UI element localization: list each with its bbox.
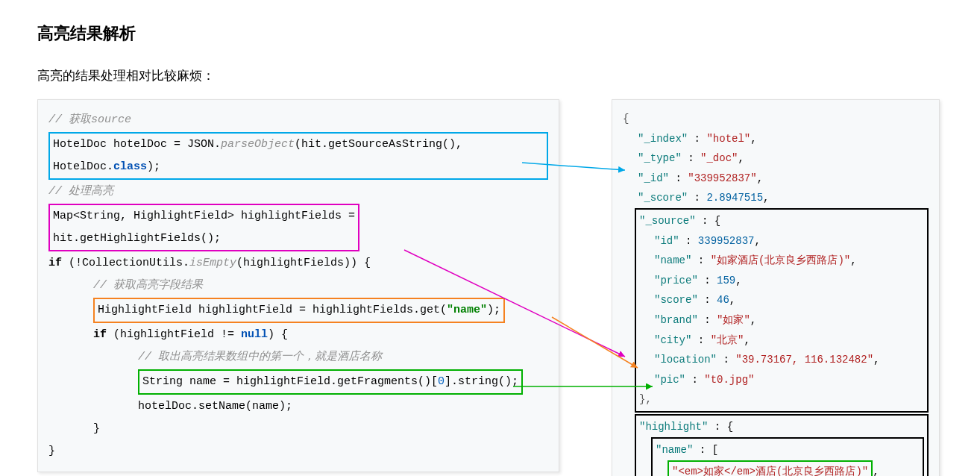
java-comment: // 获取source (48, 113, 131, 126)
json-value: 159 (717, 275, 735, 286)
json-block: { "_index" : "hotel", "_type" : "_doc", … (612, 99, 940, 476)
code-method: isEmpty (189, 257, 236, 269)
code-line: (highlightField != (107, 328, 241, 341)
json-name-box: "name" : [ "<em>如家</em>酒店(北京良乡西路店)" , ] (651, 437, 924, 477)
section-heading: 高亮结果解析 (37, 22, 943, 45)
json-value: 339952837 (698, 235, 755, 247)
code-line: Map<String, HighlightField> highlightFie… (53, 205, 355, 228)
java-comment: // 获取高亮字段结果 (93, 279, 203, 292)
box-get-field: HighlightField highlightField = highligh… (93, 298, 505, 323)
code-line: hit.getHighlightFields(); (53, 228, 355, 250)
json-key: "_index" (638, 133, 688, 145)
json-key: "id" (654, 235, 679, 247)
code-number: 0 (438, 375, 445, 388)
java-comment: // 处理高亮 (48, 185, 113, 198)
json-key: "_score" (638, 192, 688, 204)
code-keyword: class (113, 160, 147, 173)
code-line: (!CollectionUtils. (62, 257, 189, 269)
json-brace: }, (639, 389, 924, 410)
code-keyword: if (48, 257, 62, 269)
code-line: HotelDoc. (53, 160, 113, 173)
code-line: HighlightField highlightField = highligh… (98, 304, 447, 316)
json-value: "如家" (717, 314, 750, 326)
code-method: parseObject (221, 138, 295, 151)
code-line: ].string(); (445, 375, 518, 388)
json-fragment-box: "<em>如家</em>酒店(北京良乡西路店)" (668, 460, 873, 476)
json-source-box: "_source" : { "id" : 339952837, "name" :… (635, 208, 929, 413)
intro-text: 高亮的结果处理相对比较麻烦： (37, 67, 943, 84)
json-value: "<em>如家</em>酒店(北京良乡西路店)" (672, 466, 868, 476)
box-fragment: String name = highlightField.getFragment… (138, 369, 523, 395)
code-line: } (48, 418, 548, 440)
java-comment: // 取出高亮结果数组中的第一个，就是酒店名称 (138, 351, 382, 363)
json-key: "_source" (639, 215, 696, 227)
json-key: "price" (654, 275, 698, 286)
json-key: "pic" (654, 374, 685, 386)
json-key: "_type" (638, 152, 682, 164)
json-value: "t0.jpg" (704, 374, 754, 386)
code-line: (highlightFields)) { (236, 257, 371, 269)
json-key: "location" (654, 354, 717, 366)
code-line: ); (487, 304, 500, 316)
json-key: "city" (654, 334, 691, 346)
json-brace: { (623, 109, 929, 129)
json-value: 46 (717, 294, 729, 306)
json-value: "_doc" (700, 152, 738, 164)
json-key: "highlight" (639, 421, 708, 433)
json-key: "brand" (654, 314, 698, 326)
box-highlight-map: Map<String, HighlightField> highlightFie… (48, 204, 359, 251)
json-key: "_id" (638, 172, 669, 184)
json-key: "name" (656, 444, 693, 456)
code-keyword: if (93, 328, 107, 341)
json-value: "hotel" (706, 133, 750, 145)
json-value: "339952837" (688, 172, 756, 184)
code-line: HotelDoc hotelDoc = JSON. (53, 138, 221, 151)
code-keyword: null (241, 328, 268, 341)
box-source: HotelDoc hotelDoc = JSON.parseObject(hit… (48, 132, 548, 180)
json-key: "score" (654, 294, 698, 306)
json-highlight-box: "highlight" : { "name" : [ "<em>如家</em>酒… (635, 414, 929, 476)
code-line: ) { (268, 328, 288, 341)
code-string: "name" (447, 304, 487, 316)
code-line: String name = highlightField.getFragment… (142, 375, 438, 388)
json-value: "北京" (711, 334, 744, 346)
json-value: "39.73167, 116.132482" (735, 354, 873, 366)
json-key: "name" (654, 254, 691, 266)
code-line: hotelDoc.setName(name); (48, 395, 548, 418)
code-line: } (48, 440, 548, 463)
content-row: // 获取source HotelDoc hotelDoc = JSON.par… (37, 99, 943, 476)
java-code-block: // 获取source HotelDoc hotelDoc = JSON.par… (37, 99, 559, 472)
json-value: "如家酒店(北京良乡西路店)" (711, 254, 851, 266)
code-line: (hit.getSourceAsString(), (295, 138, 462, 151)
json-value: 2.8947515 (706, 192, 763, 204)
code-line: ); (147, 160, 160, 173)
